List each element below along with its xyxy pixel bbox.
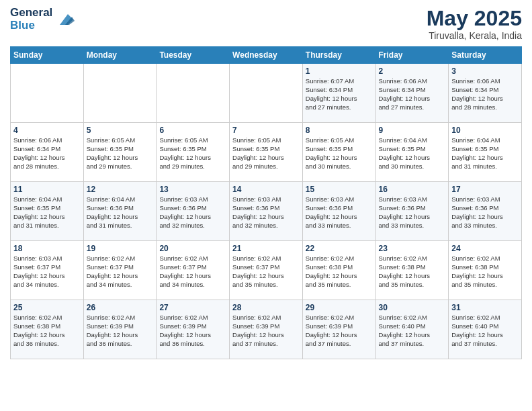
calendar-cell [157,64,230,123]
day-number: 15 [306,185,373,194]
week-row-4: 18Sunrise: 6:03 AMSunset: 6:37 PMDayligh… [11,241,522,300]
day-number: 5 [87,126,154,135]
day-info: Sunrise: 6:04 AMSunset: 6:35 PMDaylight:… [379,136,446,171]
calendar-cell: 15Sunrise: 6:03 AMSunset: 6:36 PMDayligh… [302,182,375,241]
day-info: Sunrise: 6:04 AMSunset: 6:35 PMDaylight:… [451,136,519,171]
page-header: General Blue May 2025 Tiruvalla, Kerala,… [10,7,522,41]
calendar-cell: 11Sunrise: 6:04 AMSunset: 6:35 PMDayligh… [11,182,84,241]
logo-text-general: General [10,7,52,19]
day-number: 12 [87,185,154,194]
calendar-cell: 6Sunrise: 6:05 AMSunset: 6:35 PMDaylight… [157,123,230,182]
day-number: 8 [306,126,373,135]
day-info: Sunrise: 6:06 AMSunset: 6:34 PMDaylight:… [451,77,519,111]
month-year-title: May 2025 [427,7,522,30]
calendar-cell: 3Sunrise: 6:06 AMSunset: 6:34 PMDaylight… [449,64,522,123]
calendar-cell [11,64,84,123]
day-info: Sunrise: 6:02 AMSunset: 6:39 PMDaylight:… [306,314,373,348]
day-number: 18 [13,244,81,253]
day-info: Sunrise: 6:02 AMSunset: 6:39 PMDaylight:… [159,314,226,348]
day-info: Sunrise: 6:03 AMSunset: 6:36 PMDaylight:… [159,195,226,230]
day-number: 11 [13,185,81,194]
day-number: 24 [451,244,519,253]
location-subtitle: Tiruvalla, Kerala, India [427,30,522,41]
day-info: Sunrise: 6:03 AMSunset: 6:36 PMDaylight:… [232,195,300,230]
day-info: Sunrise: 6:02 AMSunset: 6:40 PMDaylight:… [451,314,519,348]
day-info: Sunrise: 6:03 AMSunset: 6:36 PMDaylight:… [379,195,446,230]
logo-icon [54,9,76,30]
day-number: 30 [379,303,446,312]
day-number: 25 [13,303,81,312]
day-number: 14 [232,185,300,194]
calendar-cell: 30Sunrise: 6:02 AMSunset: 6:40 PMDayligh… [375,300,449,359]
day-info: Sunrise: 6:06 AMSunset: 6:34 PMDaylight:… [13,136,81,171]
week-row-3: 11Sunrise: 6:04 AMSunset: 6:35 PMDayligh… [11,182,522,241]
day-number: 19 [87,244,154,253]
day-info: Sunrise: 6:03 AMSunset: 6:36 PMDaylight:… [306,195,373,230]
day-number: 26 [87,303,154,312]
day-info: Sunrise: 6:02 AMSunset: 6:38 PMDaylight:… [306,255,373,289]
calendar-cell: 26Sunrise: 6:02 AMSunset: 6:39 PMDayligh… [83,300,157,359]
day-number: 2 [379,66,446,76]
calendar-cell: 8Sunrise: 6:05 AMSunset: 6:35 PMDaylight… [302,123,375,182]
calendar-cell: 12Sunrise: 6:04 AMSunset: 6:36 PMDayligh… [83,182,157,241]
calendar-cell: 9Sunrise: 6:04 AMSunset: 6:35 PMDaylight… [375,123,449,182]
calendar-cell: 10Sunrise: 6:04 AMSunset: 6:35 PMDayligh… [449,123,522,182]
day-info: Sunrise: 6:04 AMSunset: 6:36 PMDaylight:… [87,195,154,230]
calendar-cell: 20Sunrise: 6:02 AMSunset: 6:37 PMDayligh… [157,241,230,300]
calendar-cell: 1Sunrise: 6:07 AMSunset: 6:34 PMDaylight… [302,64,375,123]
week-row-1: 1Sunrise: 6:07 AMSunset: 6:34 PMDaylight… [11,64,522,123]
logo: General Blue [10,7,76,32]
weekday-header-saturday: Saturday [449,47,522,64]
calendar-cell: 18Sunrise: 6:03 AMSunset: 6:37 PMDayligh… [11,241,84,300]
calendar-cell: 4Sunrise: 6:06 AMSunset: 6:34 PMDaylight… [11,123,84,182]
calendar-cell: 23Sunrise: 6:02 AMSunset: 6:38 PMDayligh… [375,241,449,300]
day-number: 6 [159,126,226,135]
day-number: 29 [306,303,373,312]
week-row-2: 4Sunrise: 6:06 AMSunset: 6:34 PMDaylight… [11,123,522,182]
calendar-cell [230,64,303,123]
title-block: May 2025 Tiruvalla, Kerala, India [427,7,522,41]
calendar-cell [83,64,157,123]
calendar-cell: 16Sunrise: 6:03 AMSunset: 6:36 PMDayligh… [375,182,449,241]
day-info: Sunrise: 6:02 AMSunset: 6:37 PMDaylight:… [159,255,226,289]
weekday-header-monday: Monday [83,47,157,64]
week-row-5: 25Sunrise: 6:02 AMSunset: 6:38 PMDayligh… [11,300,522,359]
calendar-cell: 13Sunrise: 6:03 AMSunset: 6:36 PMDayligh… [157,182,230,241]
day-number: 21 [232,244,300,253]
day-info: Sunrise: 6:05 AMSunset: 6:35 PMDaylight:… [87,136,154,171]
day-info: Sunrise: 6:03 AMSunset: 6:37 PMDaylight:… [13,255,81,289]
day-info: Sunrise: 6:05 AMSunset: 6:35 PMDaylight:… [306,136,373,171]
day-info: Sunrise: 6:05 AMSunset: 6:35 PMDaylight:… [159,136,226,171]
weekday-header-thursday: Thursday [302,47,375,64]
calendar-cell: 14Sunrise: 6:03 AMSunset: 6:36 PMDayligh… [230,182,303,241]
day-info: Sunrise: 6:04 AMSunset: 6:35 PMDaylight:… [13,195,81,230]
calendar-cell: 21Sunrise: 6:02 AMSunset: 6:37 PMDayligh… [230,241,303,300]
weekday-header-friday: Friday [375,47,449,64]
day-number: 20 [159,244,226,253]
weekday-header-tuesday: Tuesday [157,47,230,64]
day-number: 9 [379,126,446,135]
day-info: Sunrise: 6:02 AMSunset: 6:38 PMDaylight:… [13,314,81,348]
day-info: Sunrise: 6:02 AMSunset: 6:38 PMDaylight:… [451,255,519,289]
calendar-cell: 5Sunrise: 6:05 AMSunset: 6:35 PMDaylight… [83,123,157,182]
day-number: 31 [451,303,519,312]
day-number: 7 [232,126,300,135]
day-number: 23 [379,244,446,253]
day-number: 4 [13,126,81,135]
calendar-cell: 31Sunrise: 6:02 AMSunset: 6:40 PMDayligh… [449,300,522,359]
calendar-cell: 7Sunrise: 6:05 AMSunset: 6:35 PMDaylight… [230,123,303,182]
calendar-cell: 17Sunrise: 6:03 AMSunset: 6:36 PMDayligh… [449,182,522,241]
logo-text-blue: Blue [10,19,52,32]
day-info: Sunrise: 6:03 AMSunset: 6:36 PMDaylight:… [451,195,519,230]
calendar-cell: 28Sunrise: 6:02 AMSunset: 6:39 PMDayligh… [230,300,303,359]
day-number: 17 [451,185,519,194]
day-info: Sunrise: 6:02 AMSunset: 6:38 PMDaylight:… [379,255,446,289]
calendar-table: SundayMondayTuesdayWednesdayThursdayFrid… [10,46,522,359]
calendar-cell: 27Sunrise: 6:02 AMSunset: 6:39 PMDayligh… [157,300,230,359]
day-number: 28 [232,303,300,312]
day-number: 1 [306,66,373,76]
day-info: Sunrise: 6:05 AMSunset: 6:35 PMDaylight:… [232,136,300,171]
day-number: 13 [159,185,226,194]
weekday-header-row: SundayMondayTuesdayWednesdayThursdayFrid… [11,47,522,64]
calendar-cell: 24Sunrise: 6:02 AMSunset: 6:38 PMDayligh… [449,241,522,300]
